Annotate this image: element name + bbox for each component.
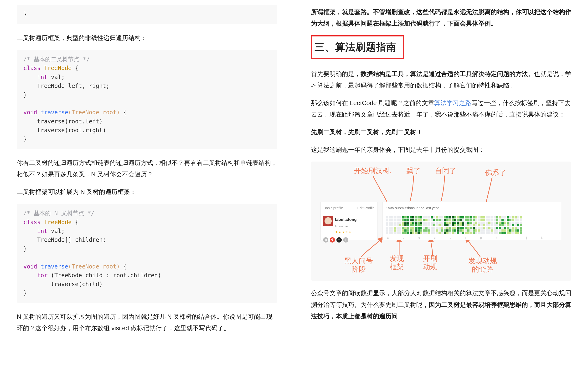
left-column: } 二叉树遍历框架，典型的非线性递归遍历结构： /* 基本的二叉树节点 */ c… [0, 0, 294, 380]
code-fn: traverse [37, 263, 68, 270]
code-text: val; [47, 228, 65, 234]
document-spread: } 二叉树遍历框架，典型的非线性递归遍历结构： /* 基本的二叉树节点 */ c… [0, 0, 588, 380]
paragraph: 二叉树遍历框架，典型的非线性递归遍历结构： [17, 32, 277, 44]
profile-stars: ★★★☆☆ [335, 229, 357, 235]
paragraph: 所谓框架，就是套路。不管增删查改，这些代码都是永远无法脱离的结构，你可以把这个结… [311, 6, 571, 29]
code-text: TreeNode[] children; [23, 237, 106, 243]
code-fn: traverse [37, 109, 68, 116]
code-text: } [23, 92, 27, 98]
code-typename: TreeNode [44, 219, 72, 226]
submission-heatmap-card: 1535 submissions in the last year abcdef… [383, 202, 562, 240]
code-text: { [120, 263, 127, 270]
social-icons: in G ○ f [321, 236, 377, 244]
inline-link[interactable]: 算法学习之路 [434, 99, 471, 107]
paragraph: 这是我这刷题一年的亲身体会，下图是去年十月份的提交截图： [311, 144, 571, 155]
section-heading: 三、算法刷题指南 [315, 38, 397, 57]
code-text: traverse(child) [23, 281, 102, 287]
profile-subtitle: fudongtai i [335, 224, 357, 229]
code-keyword: class [23, 65, 41, 72]
bold-text: 数据结构是工具，算法是通过合适的工具解决特定问题的方法 [361, 70, 528, 77]
leetcode-screenshot-figure: 开始刷汉树. 飘了 自闭了 佛系了 黑人问号 阶段 发现 框架 开刷 动规 发现… [311, 162, 571, 281]
paragraph-bold: 先刷二叉树，先刷二叉树，先刷二叉树！ [311, 126, 571, 138]
code-block-narytree: /* 基本的 N 叉树节点 */ class TreeNode { int va… [17, 204, 277, 303]
paragraph: 二叉树框架可以扩展为 N 叉树的遍历框架： [17, 186, 277, 197]
profile-card-title: Basic profile [324, 205, 343, 211]
code-text: } [23, 136, 27, 142]
code-text: val; [47, 74, 65, 80]
code-comment: /* 基本的 N 叉树节点 */ [23, 210, 94, 217]
linkedin-icon[interactable]: in [323, 237, 328, 243]
code-keyword: for [23, 272, 47, 279]
paragraph: 首先要明确的是，数据结构是工具，算法是通过合适的工具解决特定问题的方法。也就是说… [311, 68, 571, 91]
google-icon[interactable]: G [330, 237, 335, 243]
paragraph: N 叉树的遍历又可以扩展为图的遍历，因为图就是好几 N 叉棵树的结合体。你说图是… [17, 311, 277, 334]
code-text: traverse(root.right) [23, 127, 106, 134]
code-text: (TreeNode child : root.children) [47, 272, 161, 279]
edit-profile-link[interactable]: Edit Profile [357, 205, 375, 211]
code-keyword: class [23, 219, 41, 226]
code-typename: TreeNode [44, 65, 72, 72]
code-text: } [23, 290, 27, 296]
heatmap-title: 1535 submissions in the last year [383, 202, 562, 214]
code-text: } [23, 245, 27, 252]
heatmap-month-axis: abcdefghijkl [383, 235, 562, 240]
profile-card: Basic profile Edit Profile labuladong fu… [321, 202, 378, 240]
text: 首先要明确的是， [311, 70, 361, 77]
paragraph: 公众号文章的阅读数据显示，大部分人对数据结构相关的算法文章不感兴趣，而是更关心动… [311, 287, 571, 322]
code-keyword: int [23, 74, 47, 80]
avatar [323, 216, 333, 226]
paragraph: 那么该如何在 LeetCode 刷题呢？之前的文章算法学习之路写过一些，什么按标… [311, 97, 571, 120]
code-keyword: int [23, 228, 47, 234]
bold-text: 所谓框架，就是套路。不管增删查改，这些代码都是永远无法脱离的结构，你可以把这个结… [311, 8, 571, 27]
code-text: TreeNode left, right; [23, 83, 109, 89]
code-text: { [72, 65, 79, 72]
code-comment: /* 基本的二叉树节点 */ [23, 56, 90, 63]
profile-name: labuladong [335, 216, 357, 223]
code-keyword: void [23, 263, 37, 270]
heatmap-grid [383, 214, 562, 235]
code-block-binarytree: /* 基本的二叉树节点 */ class TreeNode { int val;… [17, 50, 277, 149]
highlighted-heading-box: 三、算法刷题指南 [311, 35, 404, 59]
code-keyword: void [23, 109, 37, 116]
text: 那么该如何在 LeetCode 刷题呢？之前的文章 [311, 99, 434, 107]
paragraph: 你看二叉树的递归遍历方式和链表的递归遍历方式，相似不？再看看二叉树结构和单链表结… [17, 157, 277, 180]
code-block-closing-brace: } [17, 5, 277, 24]
code-text: { [120, 109, 127, 116]
code-params: (TreeNode root) [68, 263, 120, 270]
code-params: (TreeNode root) [68, 109, 120, 116]
code-text: traverse(root.left) [23, 118, 102, 125]
github-icon[interactable]: ○ [336, 237, 342, 243]
facebook-icon[interactable]: f [343, 237, 348, 243]
right-column: 所谓框架，就是套路。不管增删查改，这些代码都是永远无法脱离的结构，你可以把这个结… [294, 0, 588, 380]
code-text: { [72, 219, 79, 226]
bold-text: 先刷二叉树，先刷二叉树，先刷二叉树！ [311, 128, 423, 135]
